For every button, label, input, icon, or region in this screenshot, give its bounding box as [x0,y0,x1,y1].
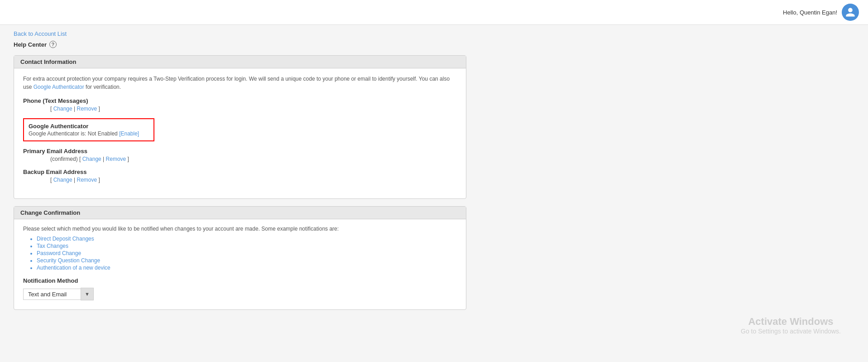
back-to-account-list-link[interactable]: Back to Account List [14,30,67,37]
backup-email-change-link[interactable]: Change [53,177,72,183]
watermark-line2: Go to Settings to activate Windows. [741,328,841,335]
phone-contact-item: Phone (Text Messages) [ Change | Remove … [23,97,457,112]
primary-email-remove-link[interactable]: Remove [106,156,126,162]
list-item: Password Change [37,250,457,256]
phone-title: Phone (Text Messages) [23,97,457,104]
change-confirmation-section: Change Confirmation Please select which … [14,206,466,310]
contact-information-section: Contact Information For extra account pr… [14,55,466,199]
phone-actions: [ Change | Remove ] [23,106,457,112]
primary-email-confirmed: (confirmed) [50,156,78,162]
google-auth-link[interactable]: Google Authenticator [34,84,84,90]
primary-email-item: Primary Email Address (confirmed) [ Chan… [23,148,457,162]
watermark-line1: Activate Windows [741,316,841,328]
list-item: Security Question Change [37,257,457,264]
list-item: Tax Changes [37,243,457,249]
phone-change-link[interactable]: Change [53,106,72,112]
password-change-link[interactable]: Password Change [37,250,81,256]
google-auth-status-text: Google Authenticator is: Not Enabled [29,130,119,137]
change-confirmation-intro: Please select which method you would lik… [23,226,457,232]
backup-email-remove-link[interactable]: Remove [77,177,97,183]
notification-method-select[interactable]: Text and Email Text Only Email Only None [23,289,81,300]
help-icon[interactable]: ? [49,41,57,48]
contact-information-body: For extra account protection your compan… [14,68,466,198]
security-question-link[interactable]: Security Question Change [37,257,100,264]
google-auth-title: Google Authenticator [29,123,149,130]
watermark: Activate Windows Go to Settings to activ… [741,316,841,335]
direct-deposit-link[interactable]: Direct Deposit Changes [37,236,94,242]
change-confirmation-header: Change Confirmation [14,207,466,219]
change-confirmation-body: Please select which method you would lik… [14,219,466,309]
main-content: Back to Account List Help Center ? Conta… [0,25,480,326]
dropdown-arrow-button[interactable]: ▼ [81,288,94,300]
contact-info-description: For extra account protection your compan… [23,75,457,91]
top-bar: Hello, Quentin Egan! [0,0,868,25]
google-authenticator-box: Google Authenticator Google Authenticato… [23,118,154,141]
primary-email-change-link[interactable]: Change [82,156,101,162]
auth-new-device-link[interactable]: Authentication of a new device [37,265,110,271]
primary-email-actions: (confirmed) [ Change | Remove ] [23,156,457,162]
avatar [842,4,859,21]
tax-changes-link[interactable]: Tax Changes [37,243,68,249]
help-center-label: Help Center ? [14,41,466,48]
change-confirmation-list: Direct Deposit Changes Tax Changes Passw… [23,236,457,271]
greeting-text: Hello, Quentin Egan! [783,9,837,16]
google-auth-status: Google Authenticator is: Not Enabled [En… [29,130,149,137]
backup-email-actions: [ Change | Remove ] [23,177,457,183]
contact-information-header: Contact Information [14,56,466,68]
notification-method-label: Notification Method [23,277,457,284]
backup-email-item: Backup Email Address [ Change | Remove ] [23,169,457,183]
google-auth-enable-link[interactable]: [Enable] [119,130,139,137]
phone-remove-link[interactable]: Remove [77,106,97,112]
notification-method-dropdown-wrapper: Text and Email Text Only Email Only None… [23,288,457,300]
backup-email-title: Backup Email Address [23,169,457,175]
primary-email-title: Primary Email Address [23,148,457,154]
list-item: Authentication of a new device [37,265,457,271]
list-item: Direct Deposit Changes [37,236,457,242]
